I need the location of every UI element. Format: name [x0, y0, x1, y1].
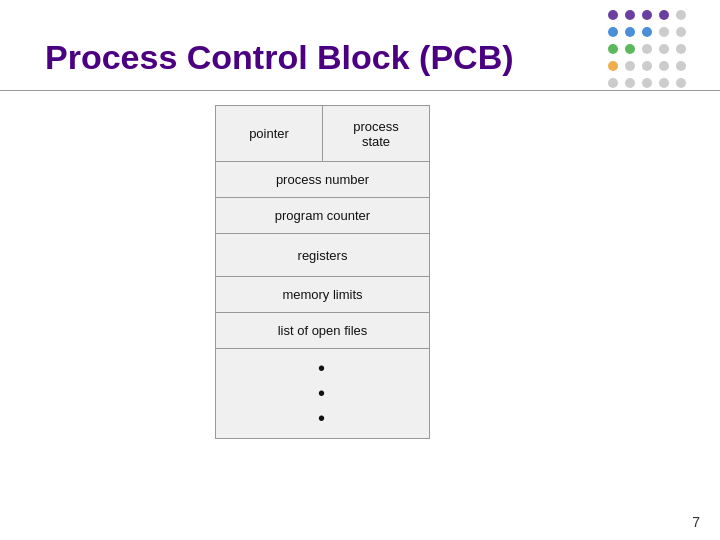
decorative-dot — [659, 78, 669, 88]
pcb-cell-registers: registers — [216, 234, 429, 276]
decorative-dot — [676, 10, 686, 20]
decorative-dot — [608, 10, 618, 20]
decorative-dot — [625, 10, 635, 20]
decorative-dot — [676, 61, 686, 71]
decorative-dot — [608, 78, 618, 88]
pcb-cell-open-files: list of open files — [216, 313, 429, 348]
pcb-row-1: pointer processstate — [216, 106, 429, 162]
decorative-dot-grid — [608, 10, 690, 92]
decorative-dot — [642, 78, 652, 88]
pcb-row-2: process number — [216, 162, 429, 198]
decorative-dot — [676, 27, 686, 37]
decorative-dot — [676, 78, 686, 88]
slide-title: Process Control Block (PCB) — [45, 38, 514, 77]
pcb-cell-pointer: pointer — [216, 106, 323, 161]
decorative-dot — [642, 10, 652, 20]
decorative-dot — [659, 44, 669, 54]
decorative-dot — [642, 27, 652, 37]
decorative-dot — [625, 78, 635, 88]
decorative-dot — [642, 61, 652, 71]
pcb-cell-process-state: processstate — [323, 106, 429, 161]
decorative-dot — [659, 61, 669, 71]
pcb-row-5: memory limits — [216, 277, 429, 313]
pcb-row-6: list of open files — [216, 313, 429, 349]
decorative-dot — [659, 27, 669, 37]
pcb-diagram: pointer processstate process number prog… — [215, 105, 430, 439]
pcb-cell-memory-limits: memory limits — [216, 277, 429, 312]
decorative-dot — [676, 44, 686, 54]
decorative-dot — [659, 10, 669, 20]
decorative-dot — [642, 44, 652, 54]
decorative-dot — [625, 61, 635, 71]
decorative-dot — [608, 27, 618, 37]
pcb-row-dots: • • • — [216, 349, 429, 438]
decorative-dot — [608, 61, 618, 71]
decorative-dot — [625, 44, 635, 54]
pcb-cell-program-counter: program counter — [216, 198, 429, 233]
pcb-row-4: registers — [216, 234, 429, 277]
pcb-cell-process-number: process number — [216, 162, 429, 197]
decorative-dot — [608, 44, 618, 54]
pcb-row-3: program counter — [216, 198, 429, 234]
pcb-cell-dots: • • • — [216, 349, 429, 438]
decorative-dot — [625, 27, 635, 37]
page-number: 7 — [692, 514, 700, 530]
